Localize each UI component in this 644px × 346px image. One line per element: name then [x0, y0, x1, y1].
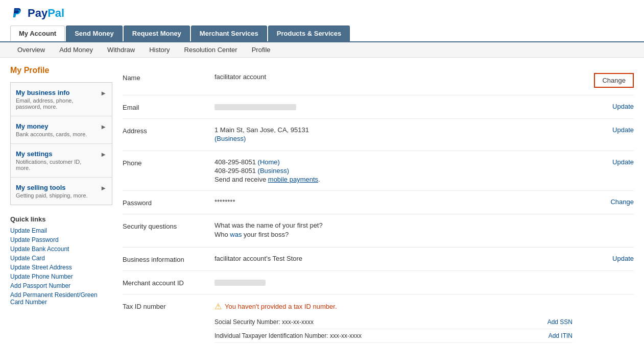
sidebar-item-my-money-title: My money — [16, 122, 97, 130]
tax-row-ein: Employer Identification Number: xx-xxxxx… — [214, 343, 573, 346]
tax-label-ssn: Social Security Number: xxx-xx-xxxx — [214, 318, 547, 326]
profile-label-business-information: Business information — [123, 255, 214, 263]
profile-value-email — [214, 103, 573, 110]
profile-action-password: Change — [573, 198, 634, 206]
profile-label-password: Password — [123, 198, 214, 207]
tab-products-services[interactable]: Products & Services — [268, 26, 350, 41]
tab-send-money[interactable]: Send Money — [66, 26, 123, 41]
profile-row-security-questions: Security questions What was the name of … — [123, 214, 634, 248]
profile-row-address: Address 1 Main St, San Jose, CA, 95131 (… — [123, 119, 634, 151]
mobile-payments-link[interactable]: mobile payments — [268, 176, 318, 183]
chevron-right-icon: ► — [100, 151, 107, 158]
profile-label-security-questions: Security questions — [123, 221, 214, 230]
profile-row-merchant-account-id: Merchant account ID — [123, 271, 634, 294]
profile-value-tax-id: ⚠ You haven't provided a tax ID number. … — [214, 302, 573, 346]
ssn-label: Social Security Number: — [214, 318, 280, 326]
tab-my-account[interactable]: My Account — [10, 26, 65, 41]
sidebar-item-my-money[interactable]: My money Bank accounts, cards, more. ► — [11, 116, 112, 144]
profile-action-business-information: Update — [573, 255, 634, 262]
ssn-format-val: xxx-xx-xxxx — [282, 318, 314, 326]
security-q2-post: your first boss? — [242, 231, 289, 238]
tax-row-ssn: Social Security Number: xxx-xx-xxxx Add … — [214, 315, 573, 329]
quick-link-update-phone-number[interactable]: Update Phone Number — [10, 273, 112, 280]
tax-warning: ⚠ You haven't provided a tax ID number. — [214, 302, 573, 311]
profile-action-phone: Update — [573, 158, 634, 166]
change-name-button[interactable]: Change — [594, 73, 634, 88]
add-itin-link[interactable]: Add ITIN — [548, 332, 573, 339]
sidebar: My Profile My business info Email, addre… — [10, 66, 112, 346]
quick-link-update-street-address[interactable]: Update Street Address — [10, 264, 112, 271]
update-phone-link[interactable]: Update — [612, 158, 634, 166]
quick-link-update-email[interactable]: Update Email — [10, 227, 112, 234]
profile-value-business-information: facilitator account's Test Store — [214, 255, 573, 262]
update-email-link[interactable]: Update — [612, 103, 634, 110]
profile-row-name: Name facilitator account Change — [123, 66, 634, 95]
profile-value-phone: 408-295-8051 (Home) 408-295-8051 (Busine… — [214, 158, 573, 183]
tax-row-itin: Individual Taxpayer Identification Numbe… — [214, 329, 573, 343]
merchant-id-redacted — [214, 280, 266, 286]
subnav-add-money[interactable]: Add Money — [52, 42, 100, 57]
itin-label: Individual Taxpayer Identification Numbe… — [214, 332, 328, 339]
profile-row-business-information: Business information facilitator account… — [123, 248, 634, 271]
sidebar-item-business-info-subtitle: Email, address, phone, password, more. — [16, 97, 97, 110]
main-nav: My Account Send Money Request Money Merc… — [10, 26, 634, 41]
phone2-type: (Business) — [258, 167, 289, 175]
change-password-link[interactable]: Change — [610, 198, 634, 206]
phone1-number: 408-295-8051 — [214, 158, 256, 166]
sidebar-item-selling-tools-title: My selling tools — [16, 184, 97, 191]
security-q2-pre: Who — [214, 231, 230, 238]
phone-line1: 408-295-8051 (Home) — [214, 158, 573, 166]
sidebar-item-my-settings-subtitle: Notifications, customer ID, more. — [16, 159, 97, 171]
profile-value-security-questions: What was the name of your first pet? Who… — [214, 221, 573, 240]
profile-label-email: Email — [123, 103, 214, 111]
quick-link-update-password[interactable]: Update Password — [10, 236, 112, 243]
subnav-profile[interactable]: Profile — [245, 42, 278, 57]
profile-value-password: ******** — [214, 198, 573, 206]
subnav-history[interactable]: History — [142, 42, 177, 57]
quick-link-add-permanent-resident[interactable]: Add Permanent Resident/Green Card Number — [10, 291, 112, 306]
quick-links: Quick links Update Email Update Password… — [10, 215, 112, 306]
mobile-text: Send and receive — [214, 176, 268, 183]
update-business-info-link[interactable]: Update — [612, 255, 634, 262]
itin-format-val: xxx-xx-xxxx — [330, 332, 362, 339]
subnav-withdraw[interactable]: Withdraw — [100, 42, 142, 57]
sidebar-item-my-money-subtitle: Bank accounts, cards, more. — [16, 131, 97, 137]
profile-action-email: Update — [573, 103, 634, 110]
address-line2: (Business) — [214, 135, 573, 142]
profile-value-address: 1 Main St, San Jose, CA, 95131 (Business… — [214, 126, 573, 143]
sidebar-item-selling-tools[interactable]: My selling tools Getting paid, shipping,… — [11, 178, 112, 205]
email-redacted — [214, 104, 296, 110]
quick-link-update-bank-account[interactable]: Update Bank Account — [10, 245, 112, 253]
quick-link-add-passport-number[interactable]: Add Passport Number — [10, 282, 112, 289]
address-line1: 1 Main St, San Jose, CA, 95131 — [214, 126, 573, 134]
profile-label-tax-id: Tax ID number — [123, 302, 214, 310]
phone-line2: 408-295-8051 (Business) — [214, 167, 573, 175]
profile-value-merchant-account-id — [214, 278, 573, 286]
chevron-right-icon: ► — [100, 184, 107, 192]
sidebar-item-business-info-title: My business info — [16, 89, 97, 96]
security-q2-mid: was — [230, 231, 242, 238]
tab-merchant-services[interactable]: Merchant Services — [191, 26, 267, 41]
quick-links-title: Quick links — [10, 215, 112, 223]
tab-request-money[interactable]: Request Money — [124, 26, 190, 41]
sidebar-item-my-settings[interactable]: My settings Notifications, customer ID, … — [11, 144, 112, 178]
subnav-resolution-center[interactable]: Resolution Center — [177, 42, 245, 57]
tax-warning-text: You haven't provided a tax ID number. — [225, 303, 337, 310]
mobile-period: . — [318, 176, 320, 183]
sidebar-item-selling-tools-subtitle: Getting paid, shipping, more. — [16, 192, 97, 199]
logo: PayPal — [10, 6, 634, 20]
sidebar-item-business-info[interactable]: My business info Email, address, phone, … — [11, 83, 112, 116]
phone2-number: 408-295-8051 — [214, 167, 256, 175]
profile-label-address: Address — [123, 126, 214, 135]
subnav-overview[interactable]: Overview — [10, 42, 52, 57]
sidebar-sections: My business info Email, address, phone, … — [10, 82, 112, 205]
profile-row-email: Email Update — [123, 95, 634, 119]
update-address-link[interactable]: Update — [612, 126, 634, 134]
add-ssn-link[interactable]: Add SSN — [547, 318, 573, 326]
quick-link-update-card[interactable]: Update Card — [10, 255, 112, 262]
profile-row-phone: Phone 408-295-8051 (Home) 408-295-8051 (… — [123, 151, 634, 191]
profile-value-name: facilitator account — [214, 73, 573, 81]
paypal-logo-icon — [10, 6, 25, 20]
chevron-right-icon: ► — [100, 89, 107, 97]
sub-nav: Overview Add Money Withdraw History Reso… — [0, 41, 644, 58]
